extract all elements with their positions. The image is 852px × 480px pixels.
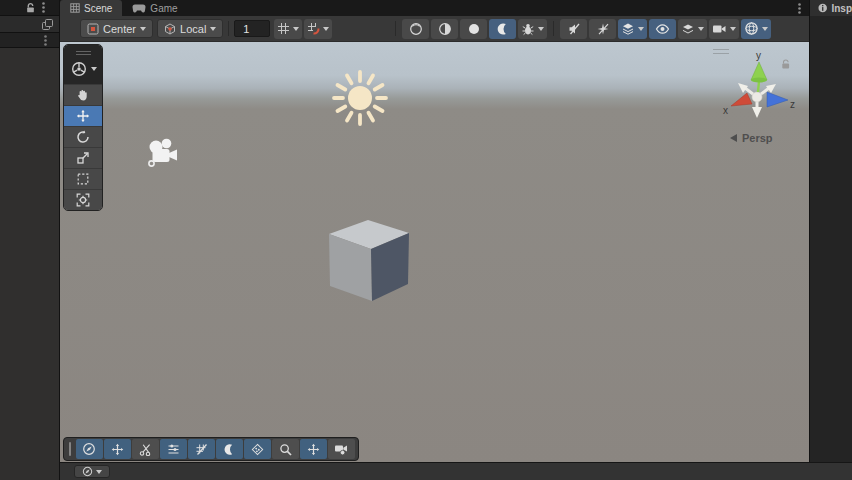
chevron-down-icon xyxy=(140,27,146,31)
tab-game[interactable]: Game xyxy=(122,0,187,16)
grid-snap-dropdown[interactable] xyxy=(274,19,302,39)
handle-rotation-dropdown[interactable]: Local xyxy=(157,19,223,38)
effects-bug-icon xyxy=(521,22,535,36)
camera-gizmo[interactable] xyxy=(144,136,182,172)
panel-divider[interactable] xyxy=(59,0,60,480)
audio-mute-button[interactable] xyxy=(560,19,587,39)
popout-window-icon[interactable] xyxy=(42,19,53,30)
lighting-toggle-button[interactable] xyxy=(460,19,487,39)
chevron-down-icon xyxy=(91,67,97,71)
move-tool-button[interactable] xyxy=(64,105,102,126)
audio-mute-icon xyxy=(567,22,581,36)
kebab-menu-icon[interactable] xyxy=(44,35,47,46)
lighting-circle-icon xyxy=(467,22,481,36)
gizmo-lock-icon[interactable] xyxy=(782,60,789,69)
layers-stack-icon xyxy=(681,22,695,36)
chevron-down-icon xyxy=(96,470,102,474)
pan-overlay-button[interactable] xyxy=(300,439,327,459)
tab-inspector-label: Insp xyxy=(831,3,852,14)
camera-settings-dropdown[interactable] xyxy=(709,19,739,39)
transform-tool-button[interactable] xyxy=(64,189,102,210)
align-track-button[interactable] xyxy=(160,439,187,459)
local-cube-icon xyxy=(164,23,176,35)
scene-visibility-eye-icon xyxy=(655,22,670,36)
scale-tool-icon xyxy=(76,151,90,165)
scene-viewport[interactable]: y x z Persp xyxy=(60,42,810,462)
render-sphere-icon xyxy=(409,22,423,36)
scene-view-panel: Scene Game Center Local xyxy=(60,0,810,462)
hand-tool-button[interactable] xyxy=(64,84,102,105)
tools-overlay-header[interactable] xyxy=(64,45,102,84)
camera-preview-icon xyxy=(334,443,349,456)
unity-editor-window: Scene Game Center Local xyxy=(0,0,852,480)
chevron-down-icon xyxy=(210,27,216,31)
axis-z-label[interactable]: z xyxy=(790,99,795,110)
scene-visibility-button[interactable] xyxy=(649,19,676,39)
magnifier-icon xyxy=(279,443,292,456)
move-overlay-button[interactable] xyxy=(104,439,131,459)
tab-game-label: Game xyxy=(150,3,177,14)
shaded-half-icon xyxy=(438,22,452,36)
flare-toggle-button[interactable] xyxy=(589,19,616,39)
gamepad-icon xyxy=(132,4,146,13)
left-panel-topbar xyxy=(0,0,59,15)
projection-toggle[interactable]: Persp xyxy=(730,132,773,144)
chevron-down-icon xyxy=(730,27,736,31)
transform-tool-icon xyxy=(76,193,90,207)
camera-preview-button[interactable] xyxy=(328,439,355,459)
cut-tool-button[interactable] xyxy=(132,439,159,459)
pivot-icon xyxy=(87,23,99,35)
tab-scene[interactable]: Scene xyxy=(60,0,122,16)
rotate-tool-button[interactable] xyxy=(64,126,102,147)
camera-view-icon xyxy=(712,23,727,35)
kebab-menu-icon xyxy=(798,3,801,14)
compass-icon xyxy=(82,442,96,456)
scale-tool-button[interactable] xyxy=(64,147,102,168)
left-panel-body xyxy=(0,47,59,480)
grid-visibility-button[interactable] xyxy=(188,439,215,459)
inspector-panel-sliver: Insp xyxy=(810,0,852,462)
tab-inspector[interactable]: Insp xyxy=(810,0,852,16)
axis-y-label[interactable]: y xyxy=(756,50,761,61)
layers-dropdown[interactable] xyxy=(678,19,707,39)
kebab-menu-icon[interactable] xyxy=(42,2,45,13)
left-panel-row xyxy=(0,15,59,32)
drag-handle-icon[interactable] xyxy=(69,442,71,456)
chevron-down-icon xyxy=(762,27,768,31)
chevron-down-icon xyxy=(698,27,704,31)
scene-grid-icon xyxy=(70,3,80,13)
move-overlay-icon xyxy=(111,443,124,456)
increment-snap-dropdown[interactable] xyxy=(304,19,332,39)
bottom-strip-dropdown[interactable] xyxy=(74,465,110,478)
available-tools-icon xyxy=(70,60,88,78)
gizmos-dropdown[interactable] xyxy=(741,19,771,39)
rect-tool-button[interactable] xyxy=(64,168,102,189)
moon-icon xyxy=(223,443,236,456)
drag-handle-icon[interactable] xyxy=(76,49,91,57)
move-tool-icon xyxy=(76,109,90,123)
axis-x-label[interactable]: x xyxy=(723,105,728,116)
directional-light-gizmo[interactable] xyxy=(326,64,394,132)
snap-value-input[interactable] xyxy=(234,20,270,37)
effects-dropdown[interactable] xyxy=(518,19,547,39)
lock-icon[interactable] xyxy=(26,3,35,13)
lighting-overlay-button[interactable] xyxy=(216,439,243,459)
shaded-mode-button[interactable] xyxy=(431,19,458,39)
gizmos-globe-icon xyxy=(744,21,759,36)
layers-paint-dropdown[interactable] xyxy=(618,19,647,39)
render-mode-button[interactable] xyxy=(402,19,429,39)
scene-toolbar: Center Local xyxy=(60,16,810,42)
orientation-gizmo[interactable]: y x z xyxy=(710,50,810,128)
scene-lighting-button[interactable] xyxy=(489,19,516,39)
panel-divider[interactable] xyxy=(809,0,810,462)
cube[interactable] xyxy=(320,212,420,312)
search-overlay-button[interactable] xyxy=(272,439,299,459)
grid-off-icon xyxy=(195,443,208,456)
pivot-mode-dropdown[interactable]: Center xyxy=(80,19,153,38)
flare-off-icon xyxy=(596,22,610,36)
compass-overlay-button[interactable] xyxy=(76,439,103,459)
grid-snap-icon xyxy=(277,22,290,35)
compass-icon xyxy=(82,466,93,477)
pan-arrows-icon xyxy=(307,443,320,456)
particles-overlay-button[interactable] xyxy=(244,439,271,459)
